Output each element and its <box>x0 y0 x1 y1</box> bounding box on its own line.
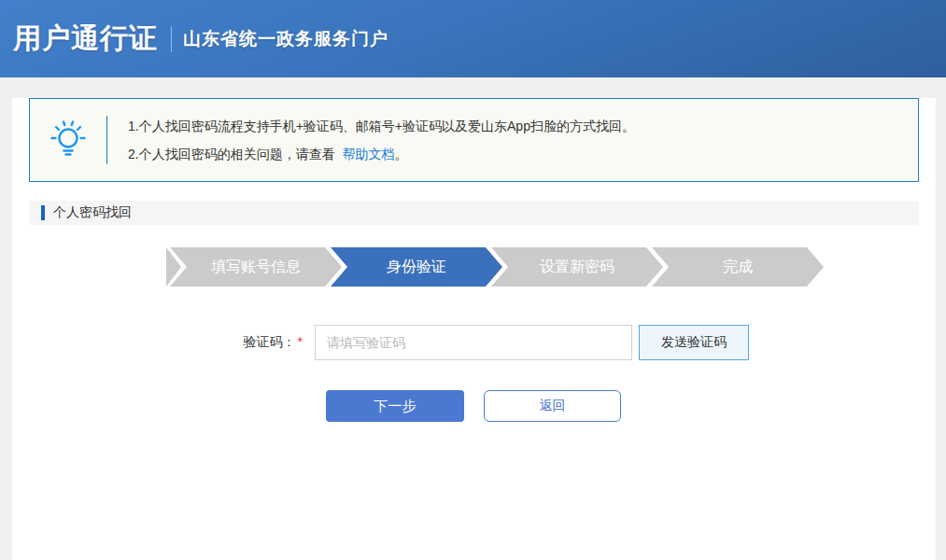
lightbulb-tips-icon <box>49 119 88 161</box>
step-label: 身份验证 <box>387 259 446 274</box>
app-title: 用户通行证 <box>13 20 158 58</box>
header-divider <box>171 26 172 52</box>
captcha-input[interactable] <box>315 325 632 360</box>
step-label: 填写账号信息 <box>211 259 301 274</box>
page-header: 用户通行证 山东省统一政务服务门户 <box>0 0 946 77</box>
action-buttons-row: 下一步 返回 <box>326 390 936 422</box>
back-button[interactable]: 返回 <box>484 390 621 422</box>
next-button[interactable]: 下一步 <box>326 390 464 422</box>
step-fill-account: 填写账号信息 <box>170 247 342 287</box>
notice-text: 1.个人找回密码流程支持手机+验证码、邮箱号+验证码以及爱山东App扫脸的方式找… <box>107 112 635 168</box>
required-asterisk: * <box>298 334 303 349</box>
captcha-form-row: 验证码：* 发送验证码 <box>12 325 936 360</box>
captcha-label: 验证码：* <box>12 334 315 351</box>
step-complete: 完成 <box>652 247 824 287</box>
step-set-new-password: 设置新密码 <box>491 247 663 287</box>
step-identity-verify: 身份验证 <box>331 247 502 287</box>
send-code-button[interactable]: 发送验证码 <box>639 325 749 360</box>
portal-subtitle: 山东省统一政务服务门户 <box>183 27 388 51</box>
notice-icon-column <box>30 119 106 161</box>
section-title-bar: 个人密码找回 <box>29 201 919 225</box>
step-label: 设置新密码 <box>540 259 614 274</box>
progress-stepper: 填写账号信息 身份验证 设置新密码 完成 <box>166 247 936 287</box>
notice-line-1: 1.个人找回密码流程支持手机+验证码、邮箱号+验证码以及爱山东App扫脸的方式找… <box>128 112 635 140</box>
section-title-accent-bar <box>41 205 45 220</box>
main-card: 1.个人找回密码流程支持手机+验证码、邮箱号+验证码以及爱山东App扫脸的方式找… <box>12 98 936 560</box>
notice-line-2-period: 。 <box>395 147 408 161</box>
help-doc-link[interactable]: 帮助文档 <box>343 147 395 161</box>
notice-line-2: 2.个人找回密码的相关问题，请查看 帮助文档。 <box>128 140 635 168</box>
step-label: 完成 <box>723 259 753 274</box>
captcha-label-text: 验证码： <box>244 334 296 349</box>
notice-line-2-text: 2.个人找回密码的相关问题，请查看 <box>128 147 335 161</box>
notice-box: 1.个人找回密码流程支持手机+验证码、邮箱号+验证码以及爱山东App扫脸的方式找… <box>29 98 919 182</box>
section-title: 个人密码找回 <box>53 204 132 221</box>
